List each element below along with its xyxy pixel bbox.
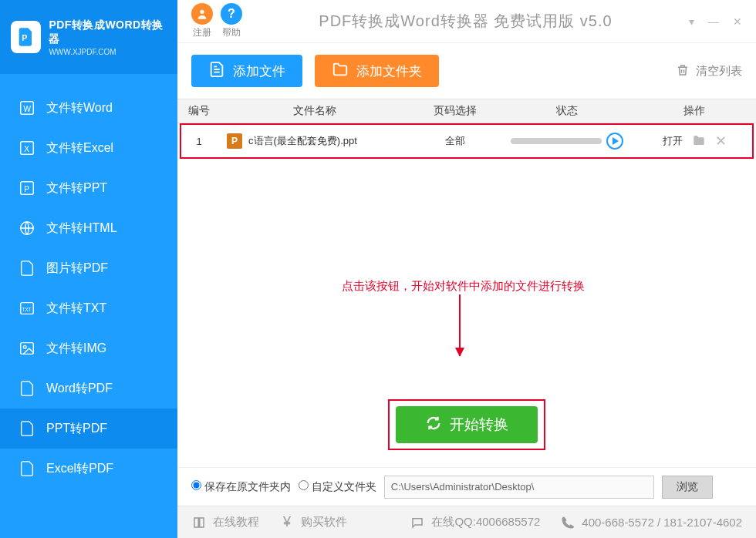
svg-text:P: P — [24, 185, 29, 193]
save-bar: 保存在原文件夹内 自定义文件夹 浏览 — [177, 467, 756, 506]
remove-icon[interactable]: ✕ — [715, 133, 727, 150]
sidebar-item-pptpdf[interactable]: PPT转PDF — [0, 409, 177, 449]
toolbar: 添加文件 添加文件夹 清空列表 — [177, 43, 756, 99]
ppt-file-icon: P — [227, 133, 242, 149]
svg-text:TXT: TXT — [22, 307, 32, 312]
sidebar-item-word[interactable]: W文件转Word — [0, 88, 177, 128]
folder-open-icon[interactable] — [692, 133, 706, 150]
tutorial-link[interactable]: 在线教程 — [191, 515, 259, 530]
book-icon — [191, 515, 207, 530]
minimize-icon[interactable]: — — [708, 15, 719, 28]
logo-title: PDF转换成WORD转换器 — [49, 18, 167, 46]
folder-icon — [332, 61, 349, 82]
sidebar-item-label: 图片转PDF — [46, 261, 108, 277]
save-path-input[interactable] — [384, 476, 654, 499]
svg-text:W: W — [23, 105, 31, 113]
convert-highlight — [388, 399, 545, 450]
buy-link[interactable]: ¥购买软件 — [279, 515, 347, 530]
pdf-icon — [19, 380, 35, 397]
svg-point-11 — [23, 345, 26, 348]
add-file-button[interactable]: 添加文件 — [191, 55, 302, 87]
sidebar-item-label: 文件转Excel — [46, 140, 113, 156]
open-link[interactable]: 打开 — [663, 134, 683, 148]
table-row[interactable]: 1 P c语言(最全配套免费).ppt 全部 打开 ✕ — [177, 123, 756, 159]
col-status: 状态 — [501, 104, 633, 118]
sidebar-item-img[interactable]: 文件转IMG — [0, 328, 177, 368]
footer: 在线教程 ¥购买软件 在线QQ:4006685572 400-668-5572 … — [177, 506, 756, 538]
dropdown-icon[interactable]: ▾ — [689, 15, 694, 28]
user-icon — [191, 3, 213, 25]
pdf-icon — [19, 460, 35, 477]
file-icon — [208, 61, 225, 82]
close-icon[interactable]: ✕ — [733, 15, 742, 28]
main-panel: 注册 ? 帮助 PDF转换成Word转换器 免费试用版 v5.0 ▾ — ✕ 添… — [177, 0, 756, 538]
table-header: 编号 文件名称 页码选择 状态 操作 — [177, 99, 756, 123]
sidebar-item-label: Word转PDF — [46, 381, 113, 397]
radio-same-folder[interactable]: 保存在原文件夹内 — [191, 480, 291, 494]
help-button[interactable]: ? 帮助 — [221, 3, 242, 39]
sidebar-item-imgpdf[interactable]: 图片转PDF — [0, 248, 177, 288]
svg-text:P: P — [22, 33, 27, 42]
phone-contact[interactable]: 400-668-5572 / 181-2107-4602 — [560, 515, 742, 530]
row-page: 全部 — [409, 134, 501, 148]
help-icon: ? — [221, 3, 242, 25]
sidebar-item-label: PPT转PDF — [46, 421, 107, 437]
col-op: 操作 — [633, 104, 756, 118]
radio-custom-folder[interactable]: 自定义文件夹 — [299, 480, 376, 494]
sidebar: P PDF转换成WORD转换器 WWW.XJPDF.COM W文件转Word X… — [0, 0, 177, 538]
col-num: 编号 — [177, 104, 221, 118]
image-icon — [19, 340, 35, 357]
row-num: 1 — [177, 136, 221, 147]
sidebar-item-label: Excel转PDF — [46, 461, 113, 477]
sidebar-item-label: 文件转Word — [46, 100, 113, 116]
convert-area: 开始转换 — [177, 382, 756, 467]
play-button[interactable] — [606, 133, 623, 150]
pdf-icon — [19, 260, 35, 277]
clear-list-button[interactable]: 清空列表 — [676, 63, 742, 79]
trash-icon — [676, 63, 690, 79]
qq-contact[interactable]: 在线QQ:4006685572 — [410, 515, 540, 530]
annotation-arrow — [459, 294, 461, 356]
svg-rect-10 — [21, 343, 34, 355]
html-icon — [19, 220, 35, 237]
sidebar-item-label: 文件转PPT — [46, 180, 107, 197]
logo-area: P PDF转换成WORD转换器 WWW.XJPDF.COM — [0, 0, 177, 74]
browse-button[interactable]: 浏览 — [662, 476, 713, 499]
sidebar-item-ppt[interactable]: P文件转PPT — [0, 168, 177, 208]
logo-icon: P — [11, 21, 41, 53]
annotation-text: 点击该按钮，开始对软件中添加的文件进行转换 — [309, 279, 617, 294]
sidebar-item-excel[interactable]: X文件转Excel — [0, 128, 177, 168]
svg-point-12 — [200, 10, 204, 14]
sidebar-item-excelpdf[interactable]: Excel转PDF — [0, 449, 177, 489]
chat-icon — [410, 515, 425, 530]
word-icon: W — [19, 99, 35, 116]
add-folder-button[interactable]: 添加文件夹 — [315, 55, 439, 87]
col-name: 文件名称 — [221, 104, 409, 118]
app-title: PDF转换成Word转换器 免费试用版 v5.0 — [250, 11, 681, 32]
sidebar-item-txt[interactable]: TXT文件转TXT — [0, 288, 177, 328]
sidebar-item-label: 文件转IMG — [46, 341, 106, 357]
yen-icon: ¥ — [279, 515, 295, 530]
logo-subtitle: WWW.XJPDF.COM — [49, 48, 167, 56]
sidebar-item-html[interactable]: 文件转HTML — [0, 208, 177, 248]
table-body: 1 P c语言(最全配套免费).ppt 全部 打开 ✕ 点击该按钮，开始对软件中… — [177, 123, 756, 382]
ppt-icon: P — [19, 180, 35, 197]
col-page: 页码选择 — [409, 104, 501, 118]
txt-icon: TXT — [19, 300, 35, 317]
titlebar: 注册 ? 帮助 PDF转换成Word转换器 免费试用版 v5.0 ▾ — ✕ — [177, 0, 756, 43]
excel-icon: X — [19, 140, 35, 156]
progress-bar — [511, 138, 602, 144]
sidebar-item-label: 文件转HTML — [46, 220, 117, 237]
svg-text:X: X — [24, 145, 29, 153]
phone-icon — [560, 515, 575, 530]
file-name: c语言(最全配套免费).ppt — [248, 134, 357, 148]
sidebar-item-label: 文件转TXT — [46, 301, 106, 317]
pdf-icon — [19, 420, 35, 437]
register-button[interactable]: 注册 — [191, 3, 213, 39]
sidebar-item-wordpdf[interactable]: Word转PDF — [0, 368, 177, 409]
sidebar-menu: W文件转Word X文件转Excel P文件转PPT 文件转HTML 图片转PD… — [0, 74, 177, 489]
